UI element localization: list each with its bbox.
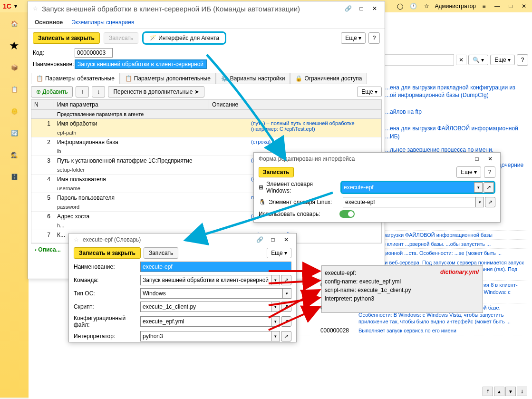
more-button[interactable]: Еще ▾ — [357, 87, 382, 97]
param-name: Пароль пользователя — [54, 193, 248, 203]
param-name: Адрес хоста — [54, 212, 248, 221]
help-button[interactable]: ? — [368, 32, 380, 44]
os-input[interactable] — [140, 288, 283, 299]
param-n: 6 — [31, 212, 54, 230]
more-button[interactable]: Еще ▾ — [267, 248, 291, 258]
nav-first[interactable]: ⤒ — [483, 387, 493, 396]
up-button[interactable]: ↑ — [76, 86, 89, 97]
col-n[interactable]: N — [31, 100, 54, 109]
dropdown-icon[interactable]: ▾ — [271, 302, 280, 312]
help-button[interactable]: ? — [517, 54, 528, 66]
windows-dict-input[interactable] — [342, 182, 474, 193]
fav-icon[interactable]: ☆ — [421, 1, 432, 11]
save-close-button[interactable]: Записать и закрыть — [74, 247, 141, 259]
maximize-icon[interactable]: □ — [472, 154, 482, 164]
sidebar-refresh[interactable]: 🔄 — [5, 124, 24, 143]
name-input[interactable] — [75, 59, 207, 69]
param-repr: h... — [54, 221, 248, 230]
menu-icon[interactable]: ≡ — [479, 1, 489, 11]
link-icon[interactable]: 🔗 — [343, 3, 353, 14]
open-icon[interactable]: ↗ — [281, 275, 291, 285]
nav-main[interactable]: Основное — [35, 19, 63, 26]
save-button[interactable]: Записать — [104, 32, 138, 44]
dropdown-icon[interactable]: ▾ — [14, 3, 17, 10]
clear-icon[interactable]: ✕ — [456, 55, 466, 65]
search-button[interactable]: 🔍 ▾ — [468, 55, 488, 65]
more-button[interactable]: Еще ▾ — [490, 55, 515, 65]
down-button[interactable]: ↓ — [92, 86, 105, 97]
dropdown-icon[interactable]: ▾ — [474, 182, 483, 193]
logo-1c: 1C — [3, 2, 11, 10]
open-icon[interactable]: ↗ — [485, 197, 495, 207]
sidebar-db[interactable]: 🗄️ — [5, 167, 24, 186]
tab-variants[interactable]: ⚙️ Варианты настройки — [216, 73, 290, 84]
linux-dict-input[interactable] — [343, 197, 475, 207]
interpreter-input[interactable] — [140, 331, 271, 341]
nav-last[interactable]: ⤓ — [517, 387, 527, 396]
nav-instances[interactable]: Экземпляры сценариев — [71, 19, 134, 26]
nav-up[interactable]: ▲ — [494, 387, 504, 396]
command-input[interactable] — [140, 275, 271, 285]
save-button[interactable]: Записать — [144, 247, 178, 259]
move-button[interactable]: Перенести в дополнительные ➤ — [108, 86, 204, 97]
history-icon[interactable]: 🕐 — [408, 1, 418, 11]
sidebar-box[interactable]: 📦 — [5, 58, 24, 77]
open-icon[interactable]: ↗ — [281, 316, 291, 327]
back-icon[interactable]: ◯ — [395, 1, 405, 11]
close-icon[interactable]: ✕ — [281, 234, 291, 245]
windows-dict-label: Элемент словаря Windows: — [266, 181, 338, 194]
close-icon[interactable]: ✕ — [485, 154, 495, 164]
star-icon[interactable]: ☆ — [33, 5, 38, 12]
param-repr: ib — [54, 147, 248, 156]
close-icon[interactable]: ✕ — [369, 3, 380, 14]
params-toolbar: ⊕ Добавить ↑ ↓ Перенести в дополнительны… — [28, 84, 385, 99]
param-repr: username — [54, 184, 248, 193]
open-icon[interactable]: ↗ — [281, 331, 291, 341]
open-icon[interactable]: ↗ — [484, 182, 494, 193]
sidebar-coins[interactable]: 🪙 — [5, 102, 24, 121]
dropdown-icon[interactable]: ▾ — [271, 275, 280, 285]
add-button[interactable]: ⊕ Добавить — [31, 86, 73, 97]
name-input[interactable] — [140, 262, 291, 272]
more-button[interactable]: Еще ▾ — [456, 166, 481, 178]
maximize-icon[interactable]: □ — [268, 234, 278, 245]
col-desc[interactable]: Описание — [209, 100, 381, 109]
param-name: Путь к установленной платофрме 1С:Предпр… — [54, 156, 248, 165]
param-name: Имя обработки — [54, 119, 248, 128]
help-button[interactable]: ? — [484, 166, 495, 178]
star-icon[interactable]: ☆ — [74, 236, 79, 243]
save-button[interactable]: Записать — [259, 167, 294, 177]
nav-down[interactable]: ▼ — [505, 387, 516, 396]
nav-buttons: ⤒ ▲ ▼ ⤓ — [483, 387, 527, 396]
item-code: 000000028 — [311, 327, 358, 334]
dropdown-icon[interactable]: ▾ — [475, 197, 484, 207]
tab-extra-params[interactable]: 📋 Параметры дополнительные — [120, 73, 216, 84]
minimize-icon[interactable]: — — [492, 1, 503, 11]
sidebar-star[interactable]: ★ — [5, 36, 24, 55]
param-name: Информационная база — [54, 137, 248, 147]
col-name[interactable]: Имя параметра — [54, 100, 209, 109]
dropdown-icon[interactable]: ▾ — [271, 316, 280, 327]
name-label: Наименование: — [74, 263, 137, 270]
tab-access[interactable]: 🔒 Ограничения доступа — [290, 73, 367, 84]
code-input[interactable] — [75, 48, 113, 58]
user-label[interactable]: Администратор — [435, 3, 476, 10]
agent-interface-button[interactable]: 🪄 Интерфейс для Агента — [142, 31, 226, 45]
sidebar-home[interactable]: 🏠 — [5, 14, 24, 33]
use-dict-toggle[interactable] — [339, 210, 355, 218]
maximize-icon[interactable]: □ — [505, 1, 516, 11]
dropdown-icon[interactable]: ▾ — [283, 288, 291, 299]
link-icon[interactable]: 🔗 — [254, 234, 265, 245]
dropdown-icon[interactable]: ▾ — [271, 331, 280, 341]
save-close-button[interactable]: Записать и закрыть — [33, 32, 100, 44]
more-button[interactable]: Еще ▾ — [341, 32, 366, 44]
param-row[interactable]: 1 Имя обработки epf-path (путь) – полный… — [31, 119, 381, 137]
open-icon[interactable]: ↗ — [281, 302, 291, 312]
sidebar-checklist[interactable]: 📋 — [5, 80, 24, 99]
config-input[interactable] — [140, 316, 271, 327]
script-input[interactable] — [140, 302, 271, 312]
close-icon[interactable]: ✕ — [519, 1, 529, 11]
tab-required-params[interactable]: 📋 Параметры обязательные — [31, 73, 120, 84]
maximize-icon[interactable]: □ — [356, 3, 367, 14]
sidebar-agent[interactable]: 🕵️ — [5, 146, 24, 165]
